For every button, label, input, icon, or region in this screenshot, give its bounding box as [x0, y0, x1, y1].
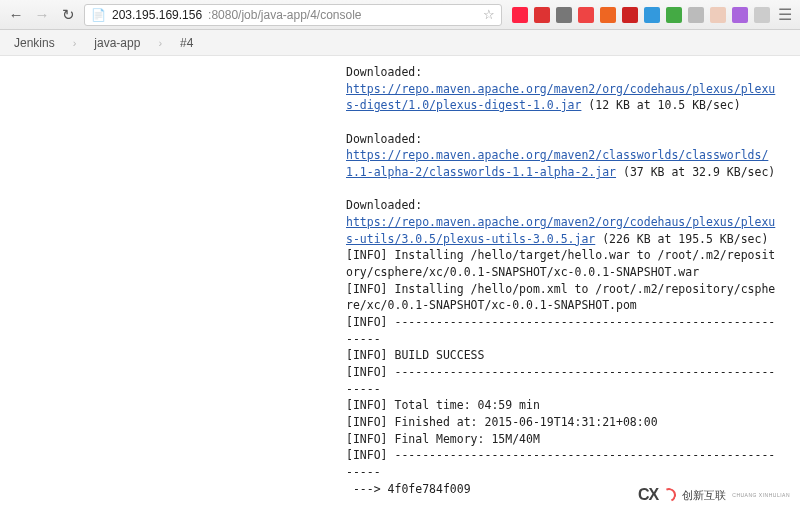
reload-button[interactable]: ↻	[58, 5, 78, 25]
console-line: (37 KB at 32.9 KB/sec)	[616, 165, 775, 179]
address-bar[interactable]: 📄 203.195.169.156:8080/job/java-app/4/co…	[84, 4, 502, 26]
chevron-right-icon: ›	[158, 37, 162, 49]
console-line: Downloaded:	[346, 132, 422, 146]
extension-icon[interactable]	[732, 7, 748, 23]
console-line: [INFO] Installing /hello/target/hello.wa…	[346, 248, 775, 279]
bookmark-star-icon[interactable]: ☆	[483, 7, 495, 22]
watermark-sub: CHUANG XINHULIAN	[732, 492, 790, 498]
console-line: [INFO] ---------------------------------…	[346, 448, 775, 479]
watermark-chinese: 创新互联	[682, 488, 726, 503]
extension-icon[interactable]	[512, 7, 528, 23]
breadcrumb-item-build[interactable]: #4	[180, 36, 193, 50]
console-output: Downloaded: https://repo.maven.apache.or…	[346, 64, 776, 497]
back-button[interactable]: ←	[6, 5, 26, 25]
browser-toolbar: ← → ↻ 📄 203.195.169.156:8080/job/java-ap…	[0, 0, 800, 30]
extension-bar	[508, 7, 770, 23]
watermark-arc-icon	[660, 486, 678, 504]
extension-icon[interactable]	[688, 7, 704, 23]
console-line: Downloaded:	[346, 198, 422, 212]
console-line: [INFO] ---------------------------------…	[346, 365, 775, 396]
console-line: (12 KB at 10.5 KB/sec)	[581, 98, 740, 112]
breadcrumb-item-jenkins[interactable]: Jenkins	[14, 36, 55, 50]
watermark-logo-text: CX	[638, 486, 658, 504]
console-line: [INFO] Final Memory: 15M/40M	[346, 432, 540, 446]
console-line: [INFO] Total time: 04:59 min	[346, 398, 540, 412]
url-path: :8080/job/java-app/4/console	[208, 8, 361, 22]
extension-icon[interactable]	[534, 7, 550, 23]
menu-icon[interactable]: ☰	[776, 5, 794, 24]
extension-icon[interactable]	[666, 7, 682, 23]
extension-icon[interactable]	[644, 7, 660, 23]
console-output-region: Downloaded: https://repo.maven.apache.or…	[0, 56, 800, 497]
watermark: CX 创新互联 CHUANG XINHULIAN	[638, 486, 790, 504]
extension-icon[interactable]	[622, 7, 638, 23]
console-line: ---> 4f0fe784f009	[346, 482, 471, 496]
extension-icon[interactable]	[710, 7, 726, 23]
console-line: [INFO] Finished at: 2015-06-19T14:31:21+…	[346, 415, 658, 429]
forward-button[interactable]: →	[32, 5, 52, 25]
extension-icon[interactable]	[754, 7, 770, 23]
extension-icon[interactable]	[556, 7, 572, 23]
console-line: [INFO] ---------------------------------…	[346, 315, 775, 346]
chevron-right-icon: ›	[73, 37, 77, 49]
console-line: [INFO] BUILD SUCCESS	[346, 348, 484, 362]
breadcrumb-item-job[interactable]: java-app	[94, 36, 140, 50]
console-line: Downloaded:	[346, 65, 422, 79]
console-line: [INFO] Installing /hello/pom.xml to /roo…	[346, 282, 775, 313]
breadcrumb: Jenkins › java-app › #4	[0, 30, 800, 56]
url-host: 203.195.169.156	[112, 8, 202, 22]
page-icon: 📄	[91, 8, 106, 22]
extension-icon[interactable]	[578, 7, 594, 23]
extension-icon[interactable]	[600, 7, 616, 23]
console-line: (226 KB at 195.5 KB/sec)	[595, 232, 768, 246]
